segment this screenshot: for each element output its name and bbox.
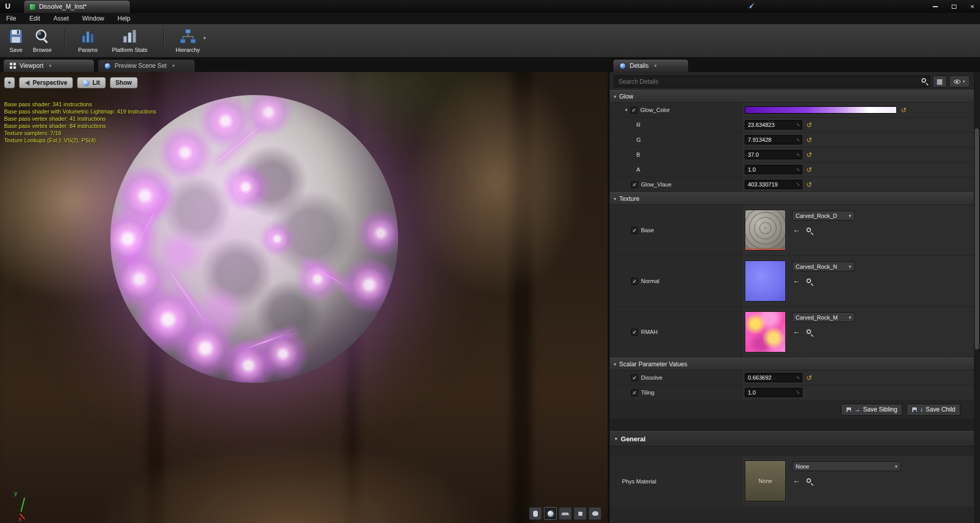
tab-details[interactable]: Details ▾	[613, 59, 689, 72]
expander-icon[interactable]: ▾	[625, 107, 628, 113]
details-scrollbar[interactable]	[974, 72, 980, 523]
hierarchy-button[interactable]: Hierarchy	[173, 27, 203, 54]
lit-mode-button[interactable]: Lit	[77, 77, 106, 88]
menu-file[interactable]: File	[6, 15, 16, 22]
cylinder-icon	[533, 511, 538, 517]
perspective-button[interactable]: Perspective	[19, 77, 73, 88]
drag-handle-icon[interactable]: ↔	[795, 180, 803, 188]
save-button[interactable]: Save	[4, 27, 28, 54]
normal-asset-combo[interactable]: Carved_Rock_N ▾	[792, 262, 855, 271]
menu-asset[interactable]: Asset	[53, 15, 69, 22]
override-checkbox[interactable]: ✓	[631, 375, 638, 381]
browse-to-asset-icon[interactable]	[806, 278, 811, 283]
stat-line: Texture samplers: 7/16	[4, 129, 157, 137]
phys-material-combo[interactable]: None ▾	[792, 461, 901, 471]
rmah-asset-combo[interactable]: Carved_Rock_M ▾	[792, 312, 855, 322]
reset-to-default-icon[interactable]: ↺	[806, 181, 812, 188]
save-child-button[interactable]: ↓ Save Child	[907, 404, 960, 416]
use-selected-asset-icon[interactable]: ←	[793, 277, 800, 284]
preview-mesh-cylinder-button[interactable]	[529, 507, 542, 520]
use-selected-asset-icon[interactable]: ←	[793, 328, 800, 334]
expander-icon[interactable]: ▾	[615, 436, 617, 441]
scrollbar-thumb[interactable]	[975, 128, 979, 349]
property-matrix-button[interactable]: ▦	[933, 76, 947, 87]
base-asset-combo[interactable]: Carved_Rock_D ▾	[792, 211, 855, 220]
minimize-button[interactable]	[930, 2, 941, 11]
drag-handle-icon[interactable]: ↔	[795, 373, 803, 381]
b-value-field[interactable]: 37.0 ↔	[745, 150, 802, 159]
browse-button[interactable]: Browse	[30, 27, 55, 54]
drag-handle-icon[interactable]: ↔	[795, 135, 803, 143]
save-sibling-button[interactable]: → Save Sibling	[841, 404, 902, 416]
expander-icon[interactable]: ▾	[614, 362, 616, 367]
search-details-input[interactable]	[614, 76, 930, 87]
drag-handle-icon[interactable]: ↔	[795, 165, 803, 173]
override-checkbox[interactable]: ✓	[631, 181, 638, 188]
params-button[interactable]: Params	[75, 27, 101, 54]
tiling-value-field[interactable]: 1.0 ↔	[745, 388, 802, 397]
close-button[interactable]: ×	[967, 2, 978, 11]
preview-mesh-plane-button[interactable]	[559, 507, 572, 520]
viewport-options-dropdown[interactable]: ▾	[4, 77, 15, 88]
normal-texture-thumbnail[interactable]	[745, 260, 786, 302]
category-general[interactable]: ▾ General	[610, 431, 974, 446]
tab-preview-scene-settings[interactable]: Preview Scene Set ▾	[98, 59, 195, 72]
property-row-dissolve: ✓ Dissolve 0.663692 ↔ ↺	[610, 370, 974, 385]
reset-to-default-icon[interactable]: ↺	[901, 107, 907, 114]
g-value-field[interactable]: 7.913428 ↔	[745, 135, 802, 144]
expander-icon[interactable]: ▾	[614, 94, 616, 99]
floppy-icon	[912, 407, 917, 413]
view-options-button[interactable]: ▾	[949, 76, 970, 87]
rmah-texture-thumbnail[interactable]	[745, 311, 786, 352]
override-checkbox[interactable]: ✓	[631, 107, 637, 114]
hierarchy-dropdown-icon[interactable]: ▾	[203, 35, 206, 41]
hierarchy-icon	[178, 28, 198, 45]
category-texture[interactable]: ▾ Texture	[610, 192, 974, 205]
tab-viewport[interactable]: Viewport ▾	[3, 59, 95, 72]
reset-to-default-icon[interactable]: ↺	[806, 375, 812, 381]
override-checkbox[interactable]: ✓	[631, 227, 638, 234]
menu-help[interactable]: Help	[118, 15, 130, 22]
use-selected-asset-icon[interactable]: ←	[793, 227, 800, 233]
phys-material-thumbnail[interactable]: None	[745, 460, 786, 501]
override-checkbox[interactable]: ✓	[631, 389, 638, 396]
property-row-tiling: ✓ Tiling 1.0 ↔	[610, 385, 974, 400]
browse-to-asset-icon[interactable]	[806, 228, 811, 232]
preview-mesh-cube-button[interactable]	[574, 507, 587, 520]
restore-button[interactable]	[948, 2, 959, 11]
override-checkbox[interactable]: ✓	[631, 278, 638, 285]
preview-mesh-sphere-button[interactable]	[544, 507, 557, 520]
show-menu-button[interactable]: Show	[110, 77, 138, 88]
menu-window[interactable]: Window	[82, 15, 104, 22]
browse-to-asset-icon[interactable]	[806, 329, 811, 334]
browse-magnifier-icon	[33, 28, 51, 45]
material-preview-viewport[interactable]: ▾ Perspective Lit Show Base pass shader:…	[0, 72, 608, 523]
reset-to-default-icon[interactable]: ↺	[806, 152, 812, 158]
glow-color-gradient-swatch[interactable]	[745, 106, 897, 114]
platform-stats-button[interactable]: Platform Stats	[109, 27, 150, 54]
base-texture-thumbnail[interactable]	[745, 210, 786, 251]
document-tab[interactable]: Dissolve_M_Inst*	[24, 0, 130, 13]
drag-handle-icon[interactable]: ↔	[795, 120, 803, 128]
override-checkbox[interactable]: ✓	[631, 329, 638, 335]
feedback-quill-icon[interactable]	[746, 2, 756, 11]
axis-y-line	[21, 498, 25, 512]
axis-y-label: y	[14, 490, 17, 496]
menu-edit[interactable]: Edit	[29, 15, 40, 22]
preview-mesh-custom-button[interactable]	[589, 507, 601, 520]
dissolve-value-field[interactable]: 0.663692 ↔	[745, 373, 802, 382]
use-selected-asset-icon[interactable]: ←	[793, 477, 800, 483]
category-scalar-parameter-values[interactable]: ▾ Scalar Parameter Values	[610, 358, 974, 370]
category-glow[interactable]: ▾ Glow	[610, 90, 974, 103]
expander-icon[interactable]: ▾	[614, 196, 616, 201]
reset-to-default-icon[interactable]: ↺	[806, 122, 812, 128]
reset-to-default-icon[interactable]: ↺	[806, 137, 812, 143]
glow-value-field[interactable]: 403.330719 ↔	[745, 180, 802, 189]
reset-to-default-icon[interactable]: ↺	[806, 166, 812, 173]
r-value-field[interactable]: 23.634823 ↔	[745, 120, 802, 129]
drag-handle-icon[interactable]: ↔	[795, 150, 803, 158]
dock-tab-strip: Viewport ▾ Preview Scene Set ▾ Details ▾	[0, 58, 980, 72]
browse-to-asset-icon[interactable]	[806, 478, 811, 483]
a-value-field[interactable]: 1.0 ↔	[745, 165, 802, 174]
drag-handle-icon[interactable]: ↔	[795, 388, 803, 396]
